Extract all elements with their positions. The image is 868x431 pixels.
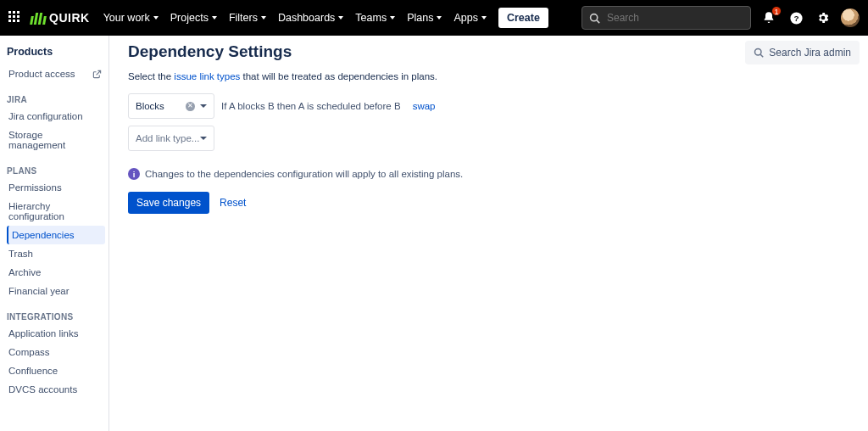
- add-link-placeholder: Add link type...: [136, 133, 199, 143]
- create-button[interactable]: Create: [498, 8, 548, 28]
- sidebar-item-product-access[interactable]: Product access: [7, 64, 105, 83]
- chevron-down-icon: [153, 16, 159, 20]
- sidebar-heading-jira: JIRA: [7, 95, 105, 104]
- nav-your-work[interactable]: Your work: [103, 12, 159, 24]
- reset-button[interactable]: Reset: [220, 197, 246, 209]
- chevron-down-icon: [212, 16, 217, 20]
- help-icon[interactable]: ?: [787, 8, 805, 27]
- sidebar: Products Product access JIRA Jira config…: [0, 36, 108, 431]
- nav-plans[interactable]: Plans: [407, 12, 442, 24]
- nav-items: Your work Projects Filters Dashboards Te…: [103, 8, 548, 28]
- svg-text:?: ?: [793, 14, 798, 23]
- sidebar-item-dvcs[interactable]: DVCS accounts: [7, 380, 105, 399]
- link-type-value: Blocks: [136, 101, 164, 111]
- sidebar-heading-plans: PLANS: [7, 166, 105, 176]
- sidebar-item-hierarchy[interactable]: Hierarchy configuration: [7, 197, 105, 226]
- sidebar-item-app-links[interactable]: Application links: [7, 324, 105, 343]
- info-message: i Changes to the dependencies configurat…: [128, 168, 858, 180]
- chevron-down-icon: [437, 16, 442, 20]
- notifications-icon[interactable]: 1: [760, 8, 778, 27]
- sidebar-item-dependencies[interactable]: Dependencies: [7, 226, 105, 244]
- link-type-hint: If A blocks B then A is scheduled before…: [221, 101, 401, 111]
- sidebar-heading-integrations: INTEGRATIONS: [7, 312, 105, 322]
- avatar[interactable]: [841, 8, 860, 27]
- clear-icon[interactable]: ✕: [186, 102, 195, 111]
- sidebar-item-permissions[interactable]: Permissions: [7, 178, 105, 197]
- svg-point-0: [591, 14, 598, 20]
- svg-line-1: [597, 20, 599, 22]
- brand-text: QUIRK: [49, 11, 90, 25]
- swap-link[interactable]: swap: [413, 101, 436, 111]
- main-content: Search Jira admin Dependency Settings Se…: [109, 36, 868, 431]
- add-link-type-select[interactable]: Add link type...: [128, 126, 214, 151]
- sidebar-item-financial-year[interactable]: Financial year: [7, 282, 105, 300]
- admin-search-label: Search Jira admin: [769, 47, 851, 59]
- chevron-down-icon: [200, 104, 207, 108]
- admin-search[interactable]: Search Jira admin: [745, 41, 860, 64]
- chevron-down-icon: [481, 16, 487, 20]
- issue-link-types-link[interactable]: issue link types: [174, 71, 240, 81]
- sidebar-item-jira-config[interactable]: Jira configuration: [7, 107, 105, 126]
- save-button[interactable]: Save changes: [128, 192, 209, 214]
- info-text: Changes to the dependencies configuratio…: [145, 169, 463, 179]
- svg-point-4: [755, 49, 762, 56]
- sidebar-item-archive[interactable]: Archive: [7, 263, 105, 282]
- search-icon: [754, 48, 764, 58]
- nav-projects[interactable]: Projects: [170, 12, 217, 24]
- chevron-down-icon: [390, 16, 395, 20]
- sidebar-item-compass[interactable]: Compass: [7, 343, 105, 361]
- sidebar-title: Products: [7, 42, 105, 64]
- brand-mark-icon: [31, 11, 46, 25]
- settings-icon[interactable]: [814, 8, 832, 27]
- search-icon: [589, 13, 600, 24]
- nav-apps[interactable]: Apps: [453, 12, 487, 24]
- chevron-down-icon: [261, 16, 266, 20]
- chevron-down-icon: [338, 16, 343, 20]
- sidebar-item-confluence[interactable]: Confluence: [7, 361, 105, 380]
- info-icon: i: [128, 168, 140, 180]
- page-description: Select the issue link types that will be…: [128, 71, 858, 81]
- sidebar-item-trash[interactable]: Trash: [7, 244, 105, 263]
- nav-teams[interactable]: Teams: [355, 12, 395, 24]
- global-search-input[interactable]: [605, 11, 741, 25]
- chevron-down-icon: [200, 137, 207, 140]
- nav-filters[interactable]: Filters: [229, 12, 266, 24]
- app-switcher-icon[interactable]: [8, 11, 22, 25]
- global-search[interactable]: [581, 6, 751, 30]
- brand-logo[interactable]: QUIRK: [31, 11, 90, 25]
- sidebar-item-storage[interactable]: Storage management: [7, 126, 105, 154]
- nav-dashboards[interactable]: Dashboards: [278, 12, 343, 24]
- top-nav: QUIRK Your work Projects Filters Dashboa…: [0, 0, 868, 36]
- svg-line-5: [761, 54, 764, 57]
- external-link-icon: [92, 70, 102, 79]
- link-type-select[interactable]: Blocks ✕: [128, 93, 214, 119]
- notification-badge: 1: [771, 6, 782, 16]
